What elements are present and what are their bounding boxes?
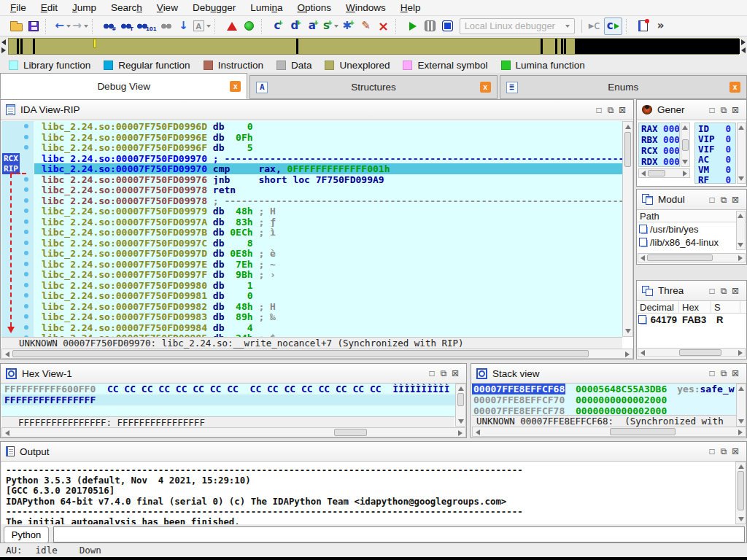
disasm-line[interactable]: libc_2.24.so:00007F750FD0997B db 0ECh ; … (1, 227, 622, 238)
breakpoint-dot[interactable] (24, 135, 28, 139)
debugger-select[interactable]: Local Linux debugger (460, 18, 575, 34)
disasm-line[interactable]: RIPlibc_2.24.so:00007F750FD09970 cmp rax… (1, 163, 622, 174)
disasm-margin[interactable] (1, 259, 34, 270)
disasm-line[interactable]: libc_2.24.so:00007F750FD09981 db 0 (1, 290, 622, 301)
float-button[interactable]: □ (593, 105, 605, 115)
modules-hscrollbar[interactable] (638, 253, 746, 262)
disasm-margin[interactable] (1, 322, 34, 333)
disasm-line[interactable]: libc_2.24.so:00007F750FD09976 jnb short … (1, 174, 622, 185)
disasm-line[interactable]: libc_2.24.so:00007F750FD09984 db 4 (1, 322, 622, 333)
disasm-margin[interactable] (1, 301, 34, 312)
disasm-vscrollbar[interactable] (622, 121, 633, 337)
flag-row-vif[interactable]: VIF0 (695, 144, 735, 154)
menu-view[interactable]: View (150, 1, 185, 15)
menu-lumina[interactable]: Lumina (243, 1, 290, 15)
make-struct-button[interactable]: ✱+ (341, 18, 357, 35)
disasm-margin[interactable] (1, 121, 34, 132)
close-button[interactable]: ⊠ (616, 105, 628, 115)
edit-button[interactable]: ✎ (358, 18, 374, 35)
disasm-margin[interactable] (1, 217, 34, 228)
breakpoint-dot[interactable] (24, 272, 28, 276)
breakpoint-dot[interactable] (24, 209, 28, 213)
pause-process-button[interactable] (422, 18, 438, 35)
register-row-rcx[interactable]: RCX 0000 (639, 145, 679, 156)
module-row[interactable]: /usr/bin/yes (637, 222, 746, 236)
forward-button[interactable]: → (72, 18, 88, 35)
breakpoint-dot[interactable] (24, 325, 28, 330)
breakpoint-dot[interactable] (24, 241, 28, 245)
breakpoint-dot[interactable] (24, 251, 28, 255)
stack-row[interactable]: 00007FFE8EFFCF6800005648C55A3DB6yes:safe… (472, 384, 736, 394)
breakpoint-dot[interactable] (24, 219, 28, 224)
disasm-line[interactable]: libc_2.24.so:00007F750FD09980 db 1 (1, 280, 622, 291)
dock-button[interactable]: ⧉ (718, 105, 729, 115)
make-string-button[interactable]: s+ (323, 18, 339, 35)
dock-button[interactable]: ⧉ (718, 446, 729, 456)
hex-row-selected[interactable]: FFFFFFFFFFFFFFFF (1, 394, 455, 405)
dock-button[interactable]: ⧉ (718, 368, 729, 378)
breakpoint-dot[interactable] (24, 145, 28, 149)
problems-button[interactable] (224, 18, 240, 35)
breakpoint-dot[interactable] (24, 314, 28, 319)
menu-options[interactable]: Options (290, 1, 339, 15)
menu-jump[interactable]: Jump (65, 1, 104, 15)
disasm-line[interactable]: libc_2.24.so:00007F750FD0996F db 5 (1, 142, 622, 153)
search-again-button[interactable] (158, 18, 174, 35)
breakpoint-dot[interactable] (24, 187, 28, 192)
disasm-margin[interactable] (1, 280, 34, 291)
close-button[interactable]: ⊠ (729, 286, 741, 296)
dock-button[interactable]: ⧉ (605, 105, 616, 115)
breakpoint-dot[interactable] (24, 124, 28, 128)
close-button[interactable]: ⊠ (449, 368, 461, 378)
search-immediate-button[interactable]: 101 (136, 18, 157, 35)
close-button[interactable]: ⊠ (729, 195, 741, 205)
undefine-button[interactable]: × (376, 18, 392, 35)
disassembly-view[interactable]: libc_2.24.so:00007F750FD0996D db 0libc_2… (1, 121, 622, 337)
float-button[interactable]: □ (426, 368, 438, 378)
output-vscrollbar[interactable] (735, 462, 746, 524)
registers-hscrollbar[interactable] (638, 168, 690, 178)
disasm-margin[interactable] (1, 227, 34, 238)
navigation-band[interactable] (8, 38, 739, 55)
open-file-button[interactable] (8, 18, 24, 35)
breakpoint-dot[interactable] (24, 262, 28, 266)
float-button[interactable]: □ (706, 446, 718, 456)
stack-row[interactable]: 00007FFE8EFFCF780000000000002000 (472, 405, 736, 415)
disasm-line[interactable]: libc_2.24.so:00007F750FD0996E db 0Fh (1, 132, 622, 143)
tab-close-button[interactable]: x (729, 82, 740, 93)
close-button[interactable]: ⊠ (729, 105, 741, 115)
hex-vscrollbar[interactable] (455, 384, 466, 427)
menu-edit[interactable]: Edit (34, 1, 65, 15)
register-row-rbx[interactable]: RBX 0000 (639, 134, 679, 145)
disasm-margin[interactable] (1, 290, 34, 301)
disasm-margin[interactable] (1, 206, 34, 217)
breakpoint-dot[interactable] (24, 283, 28, 287)
modules-vscrollbar[interactable] (736, 211, 746, 250)
disasm-line[interactable]: libc_2.24.so:00007F750FD0997D db 0E8h ; … (1, 248, 622, 259)
hex-row[interactable]: FFFFFFFFFF600FF0 CC CC CC CC CC CC CC CC… (1, 384, 455, 394)
stack-hscrollbar[interactable] (472, 427, 746, 437)
stack-rows[interactable]: 00007FFE8EFFCF6800005648C55A3DB6yes:safe… (472, 384, 736, 415)
registers-list[interactable]: RAX 0000RBX 0000RCX 0000RDX 0000 (638, 122, 680, 167)
thread-row[interactable]: 64179FAB3R (637, 314, 746, 325)
tab-close-button[interactable]: x (480, 82, 491, 93)
disasm-line[interactable]: RCXlibc_2.24.so:00007F750FD09970 ; -----… (1, 153, 622, 164)
dock-button[interactable]: ⧉ (438, 368, 449, 378)
disasm-line[interactable]: libc_2.24.so:00007F750FD09979 db 48h ; H (1, 206, 622, 217)
disasm-line[interactable]: libc_2.24.so:00007F750FD09983 db 89h ; ‰ (1, 311, 622, 322)
tab-debug-view[interactable]: Debug Viewx (0, 73, 247, 99)
menu-windows[interactable]: Windows (338, 1, 393, 15)
recent-scripts-button[interactable] (635, 18, 651, 35)
nav-scroll-right2-icon[interactable] (741, 39, 746, 45)
disasm-margin[interactable] (1, 238, 34, 249)
search-number-button[interactable]: # (101, 18, 117, 35)
hex-dump[interactable]: FFFFFFFFFF600FF0 CC CC CC CC CC CC CC CC… (1, 384, 455, 416)
search-text-button[interactable]: T (119, 18, 135, 35)
dock-button[interactable]: ⧉ (718, 195, 729, 205)
ascii-string-button[interactable]: A (193, 18, 211, 35)
tab-enums[interactable]: ≣Enumsx (500, 75, 747, 99)
make-name-button[interactable]: a+ (306, 18, 322, 35)
menu-help[interactable]: Help (393, 1, 428, 15)
stack-row[interactable]: 00007FFE8EFFCF700000000000002000 (472, 394, 736, 405)
flags-list[interactable]: ID0VIP0VIF0AC0VM0RF0 (694, 122, 736, 184)
